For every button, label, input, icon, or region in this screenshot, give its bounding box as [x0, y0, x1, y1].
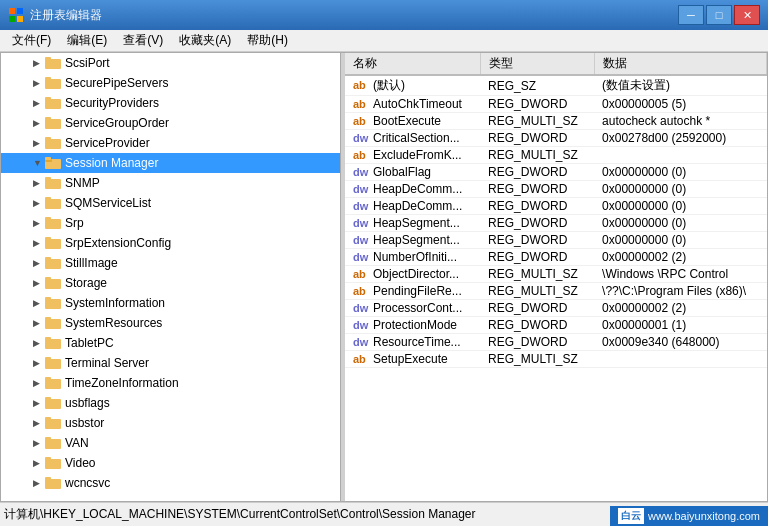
table-row[interactable]: dwProcessorCont...REG_DWORD0x00000002 (2… [345, 300, 767, 317]
tree-item-securepipe[interactable]: ▶SecurePipeServers [1, 73, 340, 93]
title-bar: 注册表编辑器 ─ □ ✕ [0, 0, 768, 30]
svg-rect-2 [9, 16, 15, 22]
tree-item-serviceprovider[interactable]: ▶ServiceProvider [1, 133, 340, 153]
tree-item-label: usbflags [65, 396, 110, 410]
value-type: REG_DWORD [480, 232, 594, 249]
tree-item-security[interactable]: ▶SecurityProviders [1, 93, 340, 113]
expand-arrow[interactable]: ▶ [33, 298, 45, 308]
expand-arrow[interactable]: ▼ [33, 158, 45, 168]
tree-item-stillimage[interactable]: ▶StillImage [1, 253, 340, 273]
menu-item-favorites[interactable]: 收藏夹(A) [171, 30, 239, 51]
value-type-icon: ab [353, 149, 369, 161]
menu-item-file[interactable]: 文件(F) [4, 30, 59, 51]
table-row[interactable]: dwNumberOfIniti...REG_DWORD0x00000002 (2… [345, 249, 767, 266]
value-data: autocheck autochk * [594, 113, 766, 130]
table-row[interactable]: abBootExecuteREG_MULTI_SZautocheck autoc… [345, 113, 767, 130]
table-row[interactable]: dwHeapSegment...REG_DWORD0x00000000 (0) [345, 215, 767, 232]
tree-item-sysres[interactable]: ▶SystemResources [1, 313, 340, 333]
tree-item-servicegrouporder[interactable]: ▶ServiceGroupOrder [1, 113, 340, 133]
table-row[interactable]: dwGlobalFlagREG_DWORD0x00000000 (0) [345, 164, 767, 181]
tree-item-label: ScsiPort [65, 56, 110, 70]
expand-arrow[interactable]: ▶ [33, 178, 45, 188]
expand-arrow[interactable]: ▶ [33, 478, 45, 488]
expand-arrow[interactable]: ▶ [33, 358, 45, 368]
value-data: 0x00000000 (0) [594, 232, 766, 249]
expand-arrow[interactable]: ▶ [33, 58, 45, 68]
table-row[interactable]: dwResourceTime...REG_DWORD0x0009e340 (64… [345, 334, 767, 351]
table-row[interactable]: dwHeapSegment...REG_DWORD0x00000000 (0) [345, 232, 767, 249]
expand-arrow[interactable]: ▶ [33, 398, 45, 408]
value-data: 0x00000000 (0) [594, 164, 766, 181]
table-row[interactable]: abAutoChkTimeoutREG_DWORD0x00000005 (5) [345, 96, 767, 113]
col-name: 名称 [345, 53, 480, 75]
expand-arrow[interactable]: ▶ [33, 338, 45, 348]
expand-arrow[interactable]: ▶ [33, 438, 45, 448]
tree-item-storage[interactable]: ▶Storage [1, 273, 340, 293]
expand-arrow[interactable]: ▶ [33, 218, 45, 228]
tree-panel[interactable]: ▶ScsiPort▶SecurePipeServers▶SecurityProv… [1, 53, 341, 501]
folder-icon [45, 476, 61, 490]
close-button[interactable]: ✕ [734, 5, 760, 25]
maximize-button[interactable]: □ [706, 5, 732, 25]
svg-rect-33 [45, 339, 61, 349]
tree-item-van[interactable]: ▶VAN [1, 433, 340, 453]
table-row[interactable]: abSetupExecuteREG_MULTI_SZ [345, 351, 767, 368]
tree-item-srpextension[interactable]: ▶SrpExtensionConfig [1, 233, 340, 253]
expand-arrow[interactable]: ▶ [33, 418, 45, 428]
table-row[interactable]: ab(默认)REG_SZ(数值未设置) [345, 75, 767, 96]
table-row[interactable]: abPendingFileRe...REG_MULTI_SZ\??\C:\Pro… [345, 283, 767, 300]
folder-icon [45, 356, 61, 370]
table-row[interactable]: dwProtectionModeREG_DWORD0x00000001 (1) [345, 317, 767, 334]
value-data: 0x00000002 (2) [594, 300, 766, 317]
menu-item-view[interactable]: 查看(V) [115, 30, 171, 51]
tree-item-tabletpc[interactable]: ▶TabletPC [1, 333, 340, 353]
expand-arrow[interactable]: ▶ [33, 98, 45, 108]
menu-item-edit[interactable]: 编辑(E) [59, 30, 115, 51]
svg-rect-9 [45, 97, 51, 100]
table-row[interactable]: abObjectDirector...REG_MULTI_SZ\Windows … [345, 266, 767, 283]
svg-rect-46 [45, 457, 51, 460]
value-type-icon: ab [353, 98, 369, 110]
table-row[interactable]: dwHeapDeComm...REG_DWORD0x00000000 (0) [345, 181, 767, 198]
tree-item-srp[interactable]: ▶Srp [1, 213, 340, 233]
expand-arrow[interactable]: ▶ [33, 258, 45, 268]
table-row[interactable]: dwHeapDeComm...REG_DWORD0x00000000 (0) [345, 198, 767, 215]
tree-item-snmp[interactable]: ▶SNMP [1, 173, 340, 193]
value-name: abExcludeFromK... [345, 147, 480, 164]
expand-arrow[interactable]: ▶ [33, 78, 45, 88]
expand-arrow[interactable]: ▶ [33, 278, 45, 288]
table-row[interactable]: dwCriticalSection...REG_DWORD0x00278d00 … [345, 130, 767, 147]
value-name: abAutoChkTimeout [345, 96, 480, 113]
folder-icon [45, 56, 61, 70]
table-row[interactable]: abExcludeFromK...REG_MULTI_SZ [345, 147, 767, 164]
expand-arrow[interactable]: ▶ [33, 318, 45, 328]
tree-item-terminalserver[interactable]: ▶Terminal Server [1, 353, 340, 373]
folder-icon [45, 456, 61, 470]
tree-item-wcncsvc[interactable]: ▶wcncsvc [1, 473, 340, 493]
tree-item-usbstor[interactable]: ▶usbstor [1, 413, 340, 433]
expand-arrow[interactable]: ▶ [33, 198, 45, 208]
tree-item-usbflags[interactable]: ▶usbflags [1, 393, 340, 413]
values-panel[interactable]: 名称 类型 数据 ab(默认)REG_SZ(数值未设置)abAutoChkTim… [345, 53, 767, 501]
expand-arrow[interactable]: ▶ [33, 118, 45, 128]
value-name: dwHeapDeComm... [345, 181, 480, 198]
svg-rect-34 [45, 337, 51, 340]
tree-item-timezone[interactable]: ▶TimeZoneInformation [1, 373, 340, 393]
menu-item-help[interactable]: 帮助(H) [239, 30, 296, 51]
minimize-button[interactable]: ─ [678, 5, 704, 25]
expand-arrow[interactable]: ▶ [33, 458, 45, 468]
window-title: 注册表编辑器 [30, 7, 678, 24]
svg-rect-39 [45, 399, 61, 409]
tree-item-sqmservicelist[interactable]: ▶SQMServiceList [1, 193, 340, 213]
tree-item-sessionmanager[interactable]: ▼Session Manager [1, 153, 340, 173]
tree-item-systeminfo[interactable]: ▶SystemInformation [1, 293, 340, 313]
expand-arrow[interactable]: ▶ [33, 138, 45, 148]
expand-arrow[interactable]: ▶ [33, 238, 45, 248]
svg-rect-29 [45, 299, 61, 309]
tree-item-video[interactable]: ▶Video [1, 453, 340, 473]
folder-icon [45, 436, 61, 450]
value-type: REG_MULTI_SZ [480, 266, 594, 283]
tree-item-label: wcncsvc [65, 476, 110, 490]
tree-item-scsiport[interactable]: ▶ScsiPort [1, 53, 340, 73]
expand-arrow[interactable]: ▶ [33, 378, 45, 388]
